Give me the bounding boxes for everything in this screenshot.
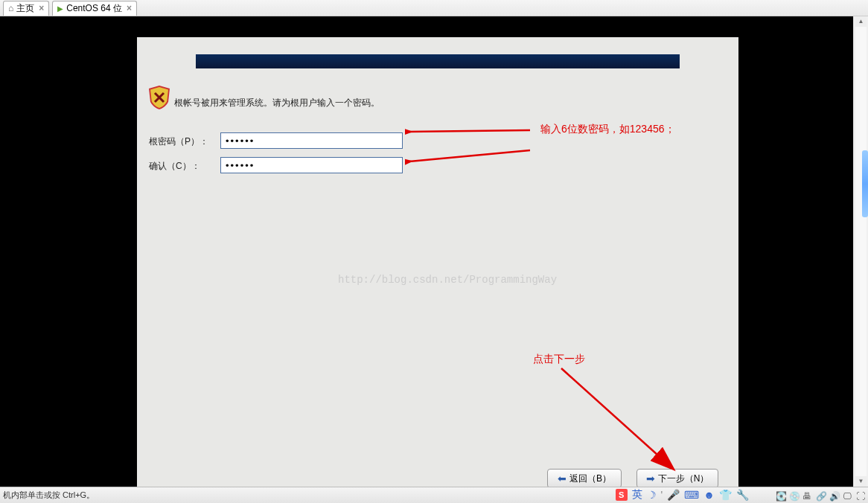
tray-display-icon[interactable]: 🖵	[843, 491, 853, 502]
system-tray: 💽 💿 🖶 🔗 🔊 🖵 ⛶	[776, 491, 867, 502]
vm-icon: ▶	[57, 4, 63, 13]
tray-disk-icon[interactable]: 💽	[776, 491, 786, 502]
confirm-password-input[interactable]	[220, 157, 403, 173]
scroll-up-icon[interactable]: ▲	[855, 16, 867, 27]
mic-icon[interactable]: 🎤	[667, 489, 680, 501]
tray-printer-icon[interactable]: 🖶	[802, 491, 813, 502]
confirm-label: 确认（C）：	[149, 160, 200, 173]
tray-net-icon[interactable]: 🔗	[816, 491, 826, 502]
tab-label: 主页	[16, 2, 34, 15]
back-button-label: 返回（B）	[569, 472, 611, 485]
svg-line-1	[409, 150, 530, 161]
status-hint: 机内部单击或按 Ctrl+G。	[3, 490, 95, 501]
shield-icon	[149, 86, 170, 109]
keyboard-icon[interactable]: ⌨	[684, 489, 699, 501]
tray-fullscreen-icon[interactable]: ⛶	[856, 491, 867, 502]
tab-home[interactable]: ⌂ 主页 ×	[3, 1, 49, 16]
ime-lang[interactable]: 英	[632, 488, 642, 502]
tray-cd-icon[interactable]: 💿	[789, 491, 800, 502]
right-scrollbar[interactable]: ▲ ▼	[853, 16, 868, 487]
scrollbar-track	[855, 16, 867, 487]
annotation-arrow-2	[405, 149, 532, 171]
root-password-input[interactable]	[220, 132, 403, 149]
tab-bar: ⌂ 主页 × ▶ CentOS 64 位 ×	[0, 0, 868, 16]
vm-display[interactable]: 根帐号被用来管理系统。请为根用户输入一个密码。 根密码（P）： 确认（C）： h…	[0, 16, 853, 487]
close-icon[interactable]: ×	[39, 3, 44, 13]
arrow-right-icon: ➡	[646, 472, 655, 484]
moon-icon[interactable]: ☽	[647, 489, 657, 501]
password-label: 根密码（P）：	[149, 135, 208, 148]
scroll-indicator	[862, 150, 868, 217]
tab-centos[interactable]: ▶ CentOS 64 位 ×	[52, 1, 137, 16]
ime-bar: S 英 ☽ ' 🎤 ⌨ ☻ 👕 🔧	[616, 488, 749, 502]
watermark-text: http://blog.csdn.net/ProgrammingWay	[338, 274, 557, 286]
svg-line-2	[561, 368, 673, 469]
next-button[interactable]: ➡ 下一步（N）	[636, 469, 718, 488]
installer-window: 根帐号被用来管理系统。请为根用户输入一个密码。 根密码（P）： 确认（C）： h…	[137, 37, 738, 493]
annotation-arrow-1	[405, 119, 532, 141]
home-icon: ⌂	[8, 3, 13, 13]
back-button[interactable]: ⬅ 返回（B）	[547, 469, 622, 488]
smile-icon[interactable]: ☻	[703, 489, 715, 501]
tab-label: CentOS 64 位	[66, 2, 122, 15]
arrow-left-icon: ⬅	[558, 472, 567, 484]
next-button-label: 下一步（N）	[658, 472, 709, 485]
instruction-text: 根帐号被用来管理系统。请为根用户输入一个密码。	[174, 97, 380, 109]
installer-header-banner	[196, 54, 680, 68]
annotation-arrow-3	[558, 365, 684, 476]
svg-line-0	[409, 130, 530, 132]
annotation-next-hint: 点击下一步	[533, 353, 585, 366]
wrench-icon[interactable]: 🔧	[736, 489, 749, 501]
sogou-icon[interactable]: S	[616, 489, 628, 501]
shirt-icon[interactable]: 👕	[719, 489, 732, 501]
punct-icon[interactable]: '	[661, 489, 663, 501]
tray-audio-icon[interactable]: 🔊	[829, 491, 840, 502]
scroll-down-icon[interactable]: ▼	[855, 476, 867, 487]
close-icon[interactable]: ×	[127, 3, 132, 13]
annotation-password-hint: 输入6位数密码，如123456；	[540, 123, 675, 136]
